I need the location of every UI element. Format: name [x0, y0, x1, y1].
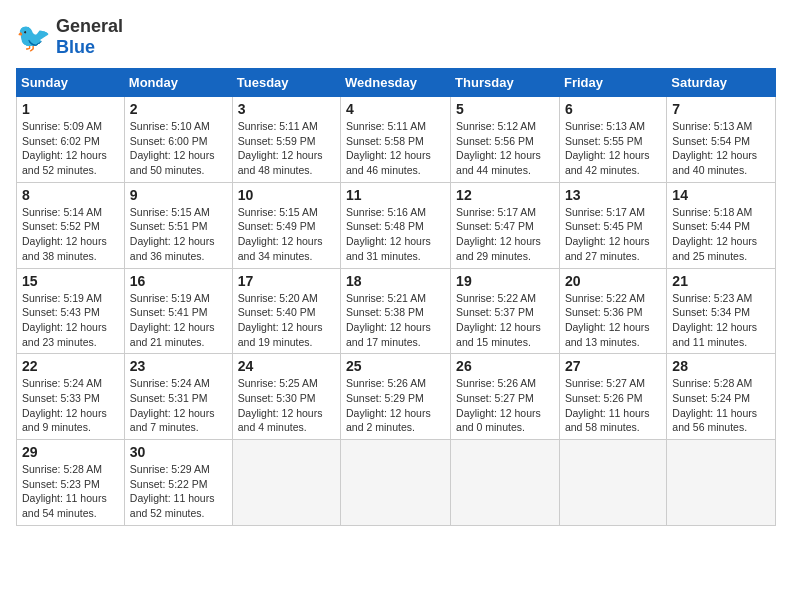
logo-text-block: General Blue — [56, 16, 123, 58]
day-number: 14 — [672, 187, 770, 203]
calendar-cell: 25 Sunrise: 5:26 AMSunset: 5:29 PMDaylig… — [341, 354, 451, 440]
day-info: Sunrise: 5:23 AMSunset: 5:34 PMDaylight:… — [672, 292, 757, 348]
calendar-cell: 26 Sunrise: 5:26 AMSunset: 5:27 PMDaylig… — [451, 354, 560, 440]
day-number: 6 — [565, 101, 661, 117]
day-number: 26 — [456, 358, 554, 374]
calendar-cell: 4 Sunrise: 5:11 AMSunset: 5:58 PMDayligh… — [341, 97, 451, 183]
calendar-header-row: SundayMondayTuesdayWednesdayThursdayFrid… — [17, 69, 776, 97]
calendar-week-1: 1 Sunrise: 5:09 AMSunset: 6:02 PMDayligh… — [17, 97, 776, 183]
day-number: 1 — [22, 101, 119, 117]
day-number: 21 — [672, 273, 770, 289]
calendar-cell — [341, 440, 451, 526]
day-number: 4 — [346, 101, 445, 117]
calendar-cell: 19 Sunrise: 5:22 AMSunset: 5:37 PMDaylig… — [451, 268, 560, 354]
day-info: Sunrise: 5:17 AMSunset: 5:45 PMDaylight:… — [565, 206, 650, 262]
day-number: 18 — [346, 273, 445, 289]
day-info: Sunrise: 5:28 AMSunset: 5:23 PMDaylight:… — [22, 463, 107, 519]
calendar-header-thursday: Thursday — [451, 69, 560, 97]
day-number: 3 — [238, 101, 335, 117]
day-number: 19 — [456, 273, 554, 289]
calendar-cell: 1 Sunrise: 5:09 AMSunset: 6:02 PMDayligh… — [17, 97, 125, 183]
day-info: Sunrise: 5:13 AMSunset: 5:55 PMDaylight:… — [565, 120, 650, 176]
calendar-cell: 20 Sunrise: 5:22 AMSunset: 5:36 PMDaylig… — [559, 268, 666, 354]
day-info: Sunrise: 5:24 AMSunset: 5:31 PMDaylight:… — [130, 377, 215, 433]
calendar-cell: 22 Sunrise: 5:24 AMSunset: 5:33 PMDaylig… — [17, 354, 125, 440]
calendar-cell — [232, 440, 340, 526]
day-info: Sunrise: 5:17 AMSunset: 5:47 PMDaylight:… — [456, 206, 541, 262]
day-info: Sunrise: 5:10 AMSunset: 6:00 PMDaylight:… — [130, 120, 215, 176]
logo-icon: 🐦 — [16, 19, 52, 55]
day-info: Sunrise: 5:29 AMSunset: 5:22 PMDaylight:… — [130, 463, 215, 519]
day-info: Sunrise: 5:28 AMSunset: 5:24 PMDaylight:… — [672, 377, 757, 433]
day-info: Sunrise: 5:26 AMSunset: 5:27 PMDaylight:… — [456, 377, 541, 433]
day-info: Sunrise: 5:11 AMSunset: 5:58 PMDaylight:… — [346, 120, 431, 176]
calendar-cell — [667, 440, 776, 526]
calendar-cell: 12 Sunrise: 5:17 AMSunset: 5:47 PMDaylig… — [451, 182, 560, 268]
calendar-cell: 3 Sunrise: 5:11 AMSunset: 5:59 PMDayligh… — [232, 97, 340, 183]
calendar-cell: 10 Sunrise: 5:15 AMSunset: 5:49 PMDaylig… — [232, 182, 340, 268]
day-number: 7 — [672, 101, 770, 117]
calendar-week-4: 22 Sunrise: 5:24 AMSunset: 5:33 PMDaylig… — [17, 354, 776, 440]
day-info: Sunrise: 5:11 AMSunset: 5:59 PMDaylight:… — [238, 120, 323, 176]
calendar-header-tuesday: Tuesday — [232, 69, 340, 97]
day-info: Sunrise: 5:22 AMSunset: 5:36 PMDaylight:… — [565, 292, 650, 348]
day-info: Sunrise: 5:21 AMSunset: 5:38 PMDaylight:… — [346, 292, 431, 348]
day-info: Sunrise: 5:16 AMSunset: 5:48 PMDaylight:… — [346, 206, 431, 262]
calendar-cell: 11 Sunrise: 5:16 AMSunset: 5:48 PMDaylig… — [341, 182, 451, 268]
calendar-cell: 8 Sunrise: 5:14 AMSunset: 5:52 PMDayligh… — [17, 182, 125, 268]
day-number: 8 — [22, 187, 119, 203]
calendar-cell: 23 Sunrise: 5:24 AMSunset: 5:31 PMDaylig… — [124, 354, 232, 440]
day-info: Sunrise: 5:19 AMSunset: 5:41 PMDaylight:… — [130, 292, 215, 348]
day-number: 15 — [22, 273, 119, 289]
day-info: Sunrise: 5:15 AMSunset: 5:51 PMDaylight:… — [130, 206, 215, 262]
calendar-week-3: 15 Sunrise: 5:19 AMSunset: 5:43 PMDaylig… — [17, 268, 776, 354]
day-info: Sunrise: 5:12 AMSunset: 5:56 PMDaylight:… — [456, 120, 541, 176]
calendar-header-wednesday: Wednesday — [341, 69, 451, 97]
calendar-cell: 9 Sunrise: 5:15 AMSunset: 5:51 PMDayligh… — [124, 182, 232, 268]
calendar-cell: 14 Sunrise: 5:18 AMSunset: 5:44 PMDaylig… — [667, 182, 776, 268]
calendar-cell: 30 Sunrise: 5:29 AMSunset: 5:22 PMDaylig… — [124, 440, 232, 526]
calendar-cell: 28 Sunrise: 5:28 AMSunset: 5:24 PMDaylig… — [667, 354, 776, 440]
day-number: 27 — [565, 358, 661, 374]
day-number: 13 — [565, 187, 661, 203]
day-number: 10 — [238, 187, 335, 203]
calendar-cell: 2 Sunrise: 5:10 AMSunset: 6:00 PMDayligh… — [124, 97, 232, 183]
day-number: 29 — [22, 444, 119, 460]
calendar-table: SundayMondayTuesdayWednesdayThursdayFrid… — [16, 68, 776, 526]
day-info: Sunrise: 5:14 AMSunset: 5:52 PMDaylight:… — [22, 206, 107, 262]
day-number: 9 — [130, 187, 227, 203]
calendar-header-saturday: Saturday — [667, 69, 776, 97]
day-number: 12 — [456, 187, 554, 203]
calendar-cell: 29 Sunrise: 5:28 AMSunset: 5:23 PMDaylig… — [17, 440, 125, 526]
calendar-header-monday: Monday — [124, 69, 232, 97]
calendar-cell: 24 Sunrise: 5:25 AMSunset: 5:30 PMDaylig… — [232, 354, 340, 440]
day-info: Sunrise: 5:19 AMSunset: 5:43 PMDaylight:… — [22, 292, 107, 348]
day-number: 16 — [130, 273, 227, 289]
day-info: Sunrise: 5:20 AMSunset: 5:40 PMDaylight:… — [238, 292, 323, 348]
day-number: 11 — [346, 187, 445, 203]
day-info: Sunrise: 5:13 AMSunset: 5:54 PMDaylight:… — [672, 120, 757, 176]
day-info: Sunrise: 5:09 AMSunset: 6:02 PMDaylight:… — [22, 120, 107, 176]
calendar-cell: 16 Sunrise: 5:19 AMSunset: 5:41 PMDaylig… — [124, 268, 232, 354]
day-info: Sunrise: 5:26 AMSunset: 5:29 PMDaylight:… — [346, 377, 431, 433]
calendar-week-5: 29 Sunrise: 5:28 AMSunset: 5:23 PMDaylig… — [17, 440, 776, 526]
day-number: 2 — [130, 101, 227, 117]
day-info: Sunrise: 5:18 AMSunset: 5:44 PMDaylight:… — [672, 206, 757, 262]
calendar-cell: 21 Sunrise: 5:23 AMSunset: 5:34 PMDaylig… — [667, 268, 776, 354]
logo: 🐦 General Blue — [16, 16, 123, 58]
calendar-cell: 17 Sunrise: 5:20 AMSunset: 5:40 PMDaylig… — [232, 268, 340, 354]
day-number: 25 — [346, 358, 445, 374]
calendar-cell: 7 Sunrise: 5:13 AMSunset: 5:54 PMDayligh… — [667, 97, 776, 183]
svg-text:🐦: 🐦 — [16, 21, 51, 54]
calendar-header-sunday: Sunday — [17, 69, 125, 97]
day-number: 17 — [238, 273, 335, 289]
logo-blue: Blue — [56, 37, 95, 58]
day-info: Sunrise: 5:27 AMSunset: 5:26 PMDaylight:… — [565, 377, 650, 433]
day-number: 30 — [130, 444, 227, 460]
day-number: 22 — [22, 358, 119, 374]
day-number: 24 — [238, 358, 335, 374]
calendar-cell — [451, 440, 560, 526]
day-info: Sunrise: 5:24 AMSunset: 5:33 PMDaylight:… — [22, 377, 107, 433]
calendar-cell: 13 Sunrise: 5:17 AMSunset: 5:45 PMDaylig… — [559, 182, 666, 268]
calendar-cell: 27 Sunrise: 5:27 AMSunset: 5:26 PMDaylig… — [559, 354, 666, 440]
